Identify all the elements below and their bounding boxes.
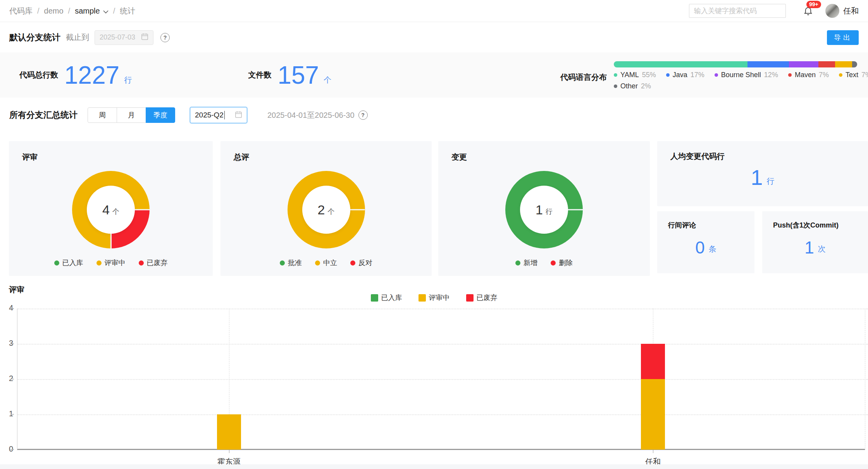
until-label: 截止到 [66,32,89,43]
card-title: 变更 [438,141,650,162]
breadcrumb-separator: / [37,7,40,16]
legend-label: 反对 [358,258,372,267]
breadcrumb-statistics[interactable]: 统计 [120,6,135,16]
breadcrumb-namespace[interactable]: demo [44,7,64,16]
donut-legend: 批准中立反对 [220,258,432,267]
language-segment [852,61,857,67]
total-lines-label: 代码总行数 [19,70,58,80]
date-picker[interactable]: 2025-07-03 [95,30,153,45]
language-segment [614,61,747,67]
legend-item-反对[interactable]: 反对 [350,258,372,267]
y-axis-tick [10,343,14,344]
export-button[interactable]: 导出 [827,30,859,45]
bar-segment [641,344,665,379]
legend-item-删除[interactable]: 删除 [551,258,573,267]
legend-item-评审中[interactable]: 评审中 [96,258,126,267]
legend-label: 批准 [288,258,302,267]
language-percent: 7% [861,71,868,79]
language-percent: 2% [641,82,651,90]
legend-dot-icon [96,260,102,266]
language-name: YAML [620,71,639,79]
legend-label: 已入库 [381,293,402,302]
language-segment [789,61,818,67]
legend-label: 已入库 [62,258,83,267]
tab-quarter[interactable]: 季度 [146,107,175,123]
tab-week[interactable]: 周 [88,107,117,123]
search-input[interactable] [689,4,786,18]
per-capita-unit: 行 [767,176,775,186]
chart-legend-item-评审中[interactable]: 评审中 [418,293,450,302]
bar-segment [641,379,665,450]
push-unit: 次 [818,244,826,254]
legend-item-中立[interactable]: 中立 [315,258,337,267]
bar-stack-任和 [641,344,665,450]
quarter-input[interactable]: 2025-Q2 [190,107,247,123]
help-icon[interactable] [358,110,368,120]
bar-segment [217,414,241,450]
card-title: 人均变更代码行 [657,141,868,162]
legend-item-批准[interactable]: 批准 [280,258,302,267]
language-legend-item: Maven7% [788,71,829,79]
legend-item-已入库[interactable]: 已入库 [54,258,83,267]
chart-legend-item-已废弃[interactable]: 已废弃 [466,293,498,302]
file-count-value: 157 [277,63,319,88]
per-capita-value: 1 [751,167,763,188]
language-legend-item: Other2% [614,82,651,90]
review-card: 评审 4 个 已入库评审中已废弃 [9,141,213,276]
donut-center-unit: 个 [112,207,119,216]
changes-donut-chart: 1 行 [505,171,583,248]
review-chart-section: 评审 已入库评审中已废弃 43210 霍东源任和 [0,283,868,468]
user-name[interactable]: 任和 [843,6,859,16]
review-chart-legend: 已入库评审中已废弃 [0,293,868,302]
language-legend-item: Java17% [666,71,704,79]
total-lines-unit: 行 [124,75,132,85]
help-icon[interactable] [160,33,170,42]
legend-dot-icon [614,84,617,88]
language-name: Java [673,71,687,79]
review-donut-chart: 4 个 [72,171,150,248]
default-branch-toolbar: 默认分支统计 截止到 2025-07-03 导出 [0,22,868,52]
legend-dot-icon [280,260,285,266]
notifications-button[interactable]: 99+ [801,4,815,17]
total-lines-value: 1227 [64,63,119,88]
donut-center-value: 4 [102,202,110,217]
legend-dot-icon [139,260,144,266]
category-cell [17,309,441,450]
y-axis-tick [10,379,14,379]
legend-item-新增[interactable]: 新增 [515,258,537,267]
y-axis-tick [10,414,14,415]
chart-legend-item-已入库[interactable]: 已入库 [371,293,402,302]
donut-center-value: 2 [318,202,325,217]
language-distribution: 代码语言分布 YAML55%Java17%Bourne Shell12%Mave… [560,57,859,93]
legend-label: 删除 [559,258,573,267]
avatar[interactable] [825,4,839,18]
breadcrumb-repo-dropdown[interactable]: sample [75,7,108,16]
file-count-stat: 文件数 157 个 [248,63,331,88]
inline-comments-unit: 条 [709,244,716,254]
breadcrumb: 代码库 / demo / sample / 统计 [9,6,135,16]
language-percent: 12% [764,71,778,79]
language-percent: 7% [819,71,829,79]
notification-badge: 99+ [806,1,821,8]
tab-month[interactable]: 月 [117,107,146,123]
category-cell [441,309,865,450]
language-name: Text [846,71,858,79]
legend-label: 已废弃 [147,258,168,267]
language-legend-row: Other2% [614,82,868,90]
next-section-edge [0,464,868,469]
language-legend-item: Bourne Shell12% [715,71,778,79]
inline-comments-card: 行间评论 0 条 [657,211,754,273]
legend-dot-icon [551,260,556,266]
period-tabs: 周 月 季度 [88,107,175,123]
x-axis-tick [229,450,229,453]
legend-label: 评审中 [429,293,450,302]
legend-label: 中立 [323,258,337,267]
breadcrumb-repos[interactable]: 代码库 [9,6,33,16]
push-value: 1 [804,239,814,256]
legend-dot-icon [788,73,792,77]
legend-dot-icon [839,73,842,77]
overall-rating-card: 总评 2 个 批准中立反对 [220,141,432,276]
legend-item-已废弃[interactable]: 已废弃 [139,258,168,267]
chevron-down-icon [103,7,108,16]
language-segment [835,61,852,67]
